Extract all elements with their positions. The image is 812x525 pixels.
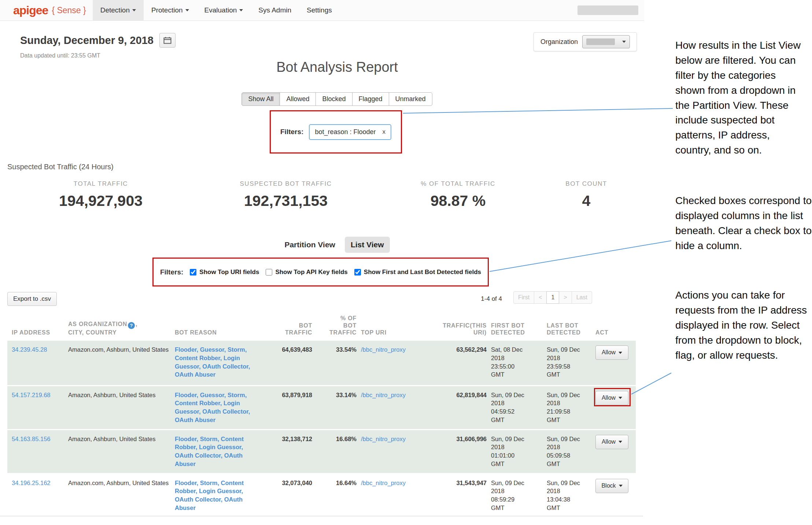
- col-header-bot-traffic[interactable]: BOT TRAFFIC: [264, 310, 317, 341]
- show-api-key-checkbox[interactable]: [266, 269, 272, 276]
- first-bot-detected-cell: Sun, 09 Dec 2018 04:59:52 GMT: [491, 385, 547, 429]
- col-header-last-bot-detected[interactable]: LAST BOT DETECTED: [547, 310, 595, 341]
- top-uri-link[interactable]: /bbc_nitro_proxy: [361, 436, 406, 442]
- ip-link[interactable]: 34.239.45.28: [12, 346, 47, 353]
- action-dropdown[interactable]: Allow: [595, 391, 628, 405]
- list-filters-label: Filters:: [160, 268, 183, 276]
- action-dropdown[interactable]: Allow: [595, 435, 628, 449]
- tab-blocked[interactable]: Blocked: [315, 92, 352, 106]
- col-header-first-bot-detected[interactable]: FIRST BOT DETECTED: [491, 310, 547, 341]
- apigee-logo: apigee: [13, 4, 48, 17]
- top-uri-link[interactable]: /bbc_nitro_proxy: [361, 346, 406, 353]
- calendar-button[interactable]: [159, 33, 176, 48]
- checkbox-show-top-uri[interactable]: Show Top URI fields: [190, 269, 259, 276]
- top-uri-link[interactable]: /bbc_nitro_proxy: [361, 392, 406, 398]
- tab-allowed[interactable]: Allowed: [280, 92, 316, 106]
- first-bot-detected-cell: Sun, 09 Dec 2018 01:01:00 GMT: [491, 429, 547, 473]
- remove-filter-icon[interactable]: x: [382, 128, 385, 136]
- bot-reason-links[interactable]: Flooder, Storm, Content Robber, Login Gu…: [175, 436, 244, 467]
- first-bot-detected-cell: Sat, 08 Dec 2018 23:55:00 GMT: [491, 341, 547, 385]
- col-header-ip[interactable]: IP ADDRESS: [7, 310, 68, 341]
- pagination-last-button[interactable]: Last: [572, 291, 592, 304]
- nav-items: Detection Protection Evaluation Sys Admi…: [93, 0, 340, 21]
- col-header-traffic-this-uri[interactable]: TRAFFIC(THIS URI): [432, 310, 491, 341]
- tab-flagged[interactable]: Flagged: [352, 92, 389, 106]
- nav-item-settings[interactable]: Settings: [299, 0, 340, 21]
- last-bot-detected-cell: Sun, 09 Dec 2018 21:09:58 GMT: [547, 385, 595, 429]
- bot-reason-links[interactable]: Flooder, Guessor, Storm, Content Robber,…: [175, 392, 250, 423]
- as-organization-cell: Amazon, Ashburn, United States: [68, 429, 175, 473]
- pagination-range: 1-4 of 4: [454, 295, 502, 303]
- bot-results-table: IP ADDRESS AS ORGANIZATION?,CITY, COUNTR…: [7, 310, 636, 517]
- ip-link[interactable]: 54.157.219.68: [12, 392, 51, 398]
- annotation-note-actions: Actions you can take for requests from t…: [675, 288, 810, 363]
- table-row: 54.157.219.68 Amazon, Ashburn, United St…: [7, 385, 636, 429]
- nav-item-settings-label: Settings: [307, 6, 332, 14]
- redacted-account-email: [577, 5, 638, 15]
- pagination-next-button[interactable]: >: [559, 291, 572, 304]
- organization-panel: Organization: [534, 32, 637, 51]
- as-organization-cell: Amazon, Ashburn, United States: [68, 385, 175, 429]
- col-header-as-organization[interactable]: AS ORGANIZATION?,CITY, COUNTRY: [68, 310, 175, 341]
- col-header-act: ACT: [595, 310, 636, 341]
- col-header-text: CITY, COUNTRY: [68, 329, 117, 336]
- tab-unmarked[interactable]: Unmarked: [389, 92, 432, 106]
- action-label: Block: [601, 482, 616, 490]
- nav-item-sys-admin[interactable]: Sys Admin: [251, 0, 299, 21]
- tab-show-all[interactable]: Show All: [241, 92, 280, 106]
- checkbox-label: Show Top API Key fields: [275, 269, 347, 276]
- first-bot-detected-cell: Sun, 09 Dec 2018 08:59:29 GMT: [491, 473, 547, 517]
- filter-tag-bot-reason[interactable]: bot_reason : Flooder x: [309, 124, 391, 140]
- show-first-last-checkbox[interactable]: [354, 269, 361, 276]
- stat-pct-total-traffic: % OF TOTAL TRAFFIC 98.87 %: [381, 180, 535, 210]
- partition-view-toggle[interactable]: Partition View: [284, 240, 335, 249]
- view-toggle: Partition View List View: [0, 237, 674, 253]
- bot-traffic-cell: 32,073,040: [264, 473, 317, 517]
- stat-total-traffic: TOTAL TRAFFIC 194,927,903: [22, 180, 180, 210]
- stat-value: 4: [528, 192, 645, 210]
- pagination-page-1-button[interactable]: 1: [546, 291, 559, 304]
- ip-link[interactable]: 54.163.85.156: [12, 436, 51, 442]
- col-header-bot-reason[interactable]: BOT REASON: [175, 310, 264, 341]
- nav-item-protection-label: Protection: [151, 6, 183, 14]
- show-top-uri-checkbox[interactable]: [190, 269, 196, 276]
- stat-value: 192,731,153: [205, 192, 366, 210]
- chevron-down-icon: [239, 9, 243, 11]
- nav-item-sys-admin-label: Sys Admin: [258, 6, 291, 14]
- filters-label: Filters:: [280, 128, 303, 136]
- ip-link[interactable]: 34.196.25.162: [12, 480, 51, 486]
- checkbox-show-first-last-detected[interactable]: Show First and Last Bot Detected fields: [354, 269, 481, 276]
- pagination-prev-button[interactable]: <: [534, 291, 547, 304]
- pct-bot-traffic-cell: 33.54%: [317, 341, 361, 385]
- nav-item-detection[interactable]: Detection: [93, 0, 144, 21]
- traffic-this-uri-cell: 31,543,947: [432, 473, 491, 517]
- action-dropdown[interactable]: Block: [595, 479, 628, 493]
- apigee-sense-app: apigee { Sense } Detection Protection Ev…: [0, 0, 644, 525]
- last-bot-detected-cell: Sun, 09 Dec 2018 13:04:38 GMT: [547, 473, 595, 517]
- nav-item-detection-label: Detection: [100, 6, 130, 14]
- chevron-down-icon: [619, 485, 623, 487]
- action-label: Allow: [602, 394, 616, 402]
- chevron-down-icon: [619, 441, 622, 443]
- bot-reason-links[interactable]: Flooder, Storm, Content Robber, Login Gu…: [175, 480, 244, 511]
- data-updated-text: Data updated until: 23:55 GMT: [20, 52, 100, 59]
- pagination-first-button[interactable]: First: [513, 291, 534, 304]
- export-csv-button[interactable]: Export to .csv: [7, 292, 57, 306]
- last-bot-detected-cell: Sun, 09 Dec 2018 23:59:58 GMT: [547, 341, 595, 385]
- annotation-note-filtering: How results in the List View below are f…: [675, 38, 806, 158]
- nav-item-evaluation[interactable]: Evaluation: [197, 0, 251, 21]
- help-icon[interactable]: ?: [128, 322, 135, 329]
- top-uri-link[interactable]: /bbc_nitro_proxy: [361, 480, 406, 486]
- col-header-pct-bot-traffic[interactable]: % OF BOT TRAFFIC: [317, 310, 361, 341]
- checkbox-show-api-key[interactable]: Show Top API Key fields: [266, 269, 347, 276]
- sense-logo-text: { Sense }: [52, 5, 86, 15]
- table-row: 54.163.85.156 Amazon, Ashburn, United St…: [7, 429, 636, 473]
- bot-reason-links[interactable]: Flooder, Guessor, Storm, Content Robber,…: [175, 346, 250, 378]
- action-dropdown[interactable]: Allow: [595, 345, 628, 360]
- stat-label: SUSPECTED BOT TRAFFIC: [205, 180, 366, 188]
- col-header-top-uri[interactable]: TOP URI: [361, 310, 432, 341]
- date-header: Sunday, December 9, 2018: [20, 33, 176, 48]
- organization-dropdown[interactable]: [582, 35, 630, 48]
- nav-item-protection[interactable]: Protection: [144, 0, 197, 21]
- list-view-toggle[interactable]: List View: [345, 237, 390, 253]
